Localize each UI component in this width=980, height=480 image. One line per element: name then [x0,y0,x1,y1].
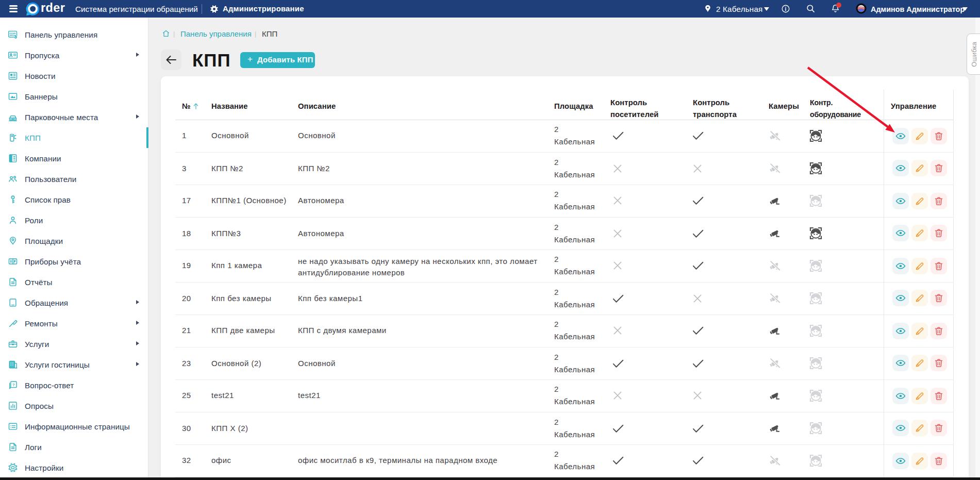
svg-text:?: ? [12,383,15,387]
